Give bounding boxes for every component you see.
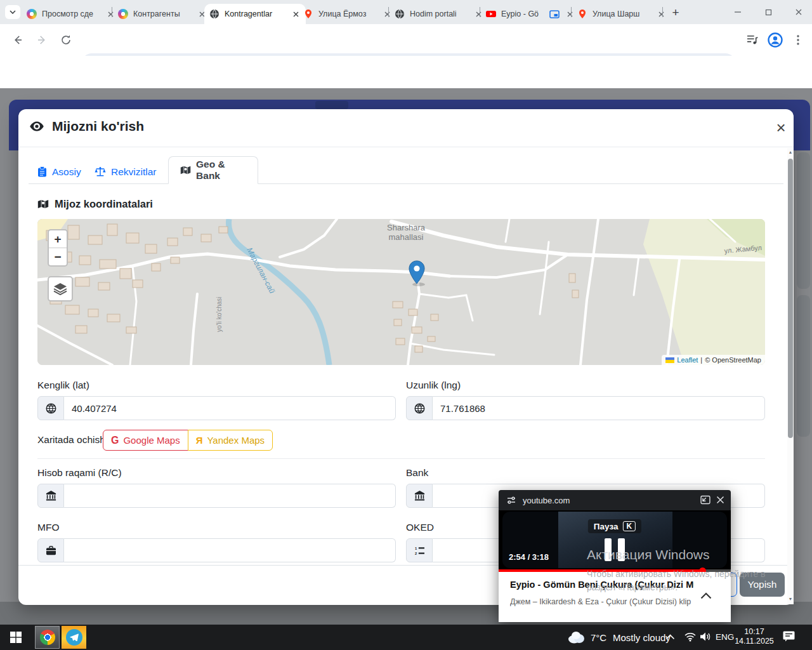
bank-icon: [406, 484, 433, 508]
browser-tab-7[interactable]: Улица Шарш: [572, 4, 671, 24]
browser-tab-5[interactable]: Hodim portali: [390, 4, 488, 24]
browser-tabstrip: Просмотр сде Контрагенты Kontragentlar У…: [0, 0, 812, 24]
browser-tab-4[interactable]: Улица Ёрмоз: [298, 4, 397, 24]
google-g-icon: G: [111, 435, 119, 446]
back-button[interactable]: [9, 31, 27, 49]
account-input[interactable]: [64, 484, 396, 508]
bank-label: Bank: [406, 467, 428, 479]
browser-toolbar: daily-suvi.com/19l/public/mijozlar.php A…: [0, 24, 812, 56]
pip-video-area[interactable]: Пауза K 2:54 / 3:18: [499, 510, 731, 569]
map-tiles: Sharshara mahallasi ул. Жамбул Маргилан-…: [37, 219, 765, 365]
browser-tab-2[interactable]: Контрагенты: [113, 4, 212, 24]
scrollbar-up-arrow[interactable]: ▲: [787, 150, 794, 154]
window-maximize-button[interactable]: [759, 3, 778, 21]
osm-link[interactable]: © OpenStreetMap: [705, 356, 761, 364]
dimmed-header-button: [315, 101, 348, 109]
pause-tooltip: Пауза K: [588, 519, 641, 533]
tab-separator: [388, 7, 389, 17]
tab-title: Hodim portali: [410, 10, 468, 18]
tab-rekvizitlar[interactable]: Rekvizitlar: [95, 160, 156, 183]
pause-hotkey-badge: K: [622, 521, 636, 531]
browser-tab-6[interactable]: Eypio - Gö: [481, 4, 580, 24]
open-in-map-label: Xaritada ochish: [37, 434, 105, 446]
clock[interactable]: 10:17 14.11.2025: [735, 627, 774, 646]
lng-input[interactable]: [433, 396, 765, 420]
clock-time: 10:17: [735, 627, 774, 637]
yopish-close-button[interactable]: Yopish: [740, 573, 785, 597]
pip-window[interactable]: youtube.com Пауза K 2:54 / 3:18 Eypio - …: [499, 490, 731, 622]
divider: [37, 458, 765, 459]
pip-badge-icon: [549, 10, 560, 18]
tab-label: Asosiy: [52, 166, 81, 178]
temperature-text[interactable]: 7°C: [591, 632, 606, 643]
tab-title: Улица Ёрмоз: [318, 10, 377, 18]
globe-favicon: [395, 9, 405, 19]
browser-tab-active[interactable]: Kontragentlar: [204, 4, 306, 24]
taskbar-chrome-button[interactable]: [35, 626, 60, 649]
zoom-in-button[interactable]: +: [49, 230, 67, 248]
pip-time: 2:54 / 3:18: [509, 552, 549, 562]
mfo-input[interactable]: [64, 538, 396, 562]
tab-title: Улица Шарш: [593, 10, 651, 18]
tab-close-icon[interactable]: [656, 9, 666, 19]
pip-expand-chevron-icon[interactable]: [700, 592, 712, 599]
reload-button[interactable]: [57, 31, 75, 49]
pause-icon[interactable]: [605, 538, 625, 561]
zoom-out-button[interactable]: −: [49, 248, 67, 265]
pip-domain: youtube.com: [523, 496, 570, 505]
pip-site-settings-icon[interactable]: [506, 495, 516, 505]
lat-input[interactable]: [64, 396, 396, 420]
tab-title: Контрагенты: [133, 10, 192, 18]
modal-scrollbar-thumb[interactable]: [788, 159, 793, 438]
profile-avatar[interactable]: [766, 31, 784, 49]
scrollbar-down-arrow[interactable]: ▼: [787, 597, 794, 601]
account-label: Hisob raqami (R/C): [37, 467, 122, 479]
dimmed-page-card: [797, 295, 810, 437]
tab-asosiy[interactable]: Asosiy: [37, 160, 81, 183]
notification-center-icon[interactable]: [782, 630, 796, 642]
browser-tab-1[interactable]: Просмотр сде: [22, 4, 121, 24]
tab-search-button[interactable]: [5, 5, 20, 19]
dimmed-page-card: [797, 152, 810, 289]
map-attribution: Leaflet | © OpenStreetMap: [662, 355, 765, 365]
start-button[interactable]: [10, 632, 22, 643]
oked-label: OKED: [406, 522, 434, 533]
pip-back-to-tab-icon[interactable]: [700, 495, 710, 505]
taskbar: 1 7°C Mostly cloudy ENG 10:17 14.11.2025…: [0, 625, 812, 650]
yandex-maps-label: Yandex Maps: [207, 435, 265, 446]
window-close-button[interactable]: [789, 3, 808, 21]
leaflet-link[interactable]: Leaflet: [677, 356, 698, 364]
tab-separator: [662, 7, 663, 17]
map-pin-favicon: [577, 9, 587, 19]
leaflet-map[interactable]: Sharshara mahallasi ул. Жамбул Маргилан-…: [37, 219, 765, 365]
modal-header: Mijozni ko'rish ×: [18, 109, 794, 147]
pip-info-panel: Eypio - Gömün Beni Çukura (Çukur Dizi Mü…: [499, 572, 731, 622]
section-title: Mijoz koordinatalari: [55, 198, 153, 210]
briefcase-icon: [37, 538, 64, 562]
wifi-icon[interactable]: [684, 632, 697, 642]
media-controls-icon[interactable]: [743, 31, 761, 49]
tab-separator: [571, 7, 572, 17]
pip-close-icon[interactable]: [716, 496, 724, 504]
attribution-separator: |: [700, 356, 702, 364]
tray-overflow-chevron-icon[interactable]: [665, 634, 675, 640]
language-indicator[interactable]: ENG: [716, 632, 734, 642]
modal-close-icon[interactable]: ×: [772, 119, 790, 136]
map-layers-button[interactable]: [48, 276, 73, 302]
volume-icon[interactable]: [700, 632, 712, 642]
tab-geo-bank[interactable]: Geo & Bank: [168, 156, 258, 184]
menu-kebab-icon[interactable]: [789, 31, 807, 49]
google-maps-button[interactable]: G Google Maps: [103, 430, 188, 451]
new-tab-button[interactable]: +: [667, 4, 684, 21]
forward-button[interactable]: [33, 31, 51, 49]
taskbar-telegram-button[interactable]: [62, 626, 86, 649]
weather-icon[interactable]: [566, 630, 586, 644]
window-minimize-button[interactable]: [728, 3, 747, 21]
weather-condition-text[interactable]: Mostly cloudy: [613, 632, 671, 643]
pip-video-title: Eypio - Gömün Beni Çukura (Çukur Dizi Mü…: [510, 580, 694, 590]
bank-icon: [37, 484, 64, 508]
map-label-neighborhood-1: Sharshara: [387, 223, 426, 232]
yandex-maps-button[interactable]: Я Yandex Maps: [188, 430, 273, 451]
google-maps-label: Google Maps: [123, 435, 180, 446]
map-links-group: G Google Maps Я Yandex Maps: [103, 430, 273, 451]
